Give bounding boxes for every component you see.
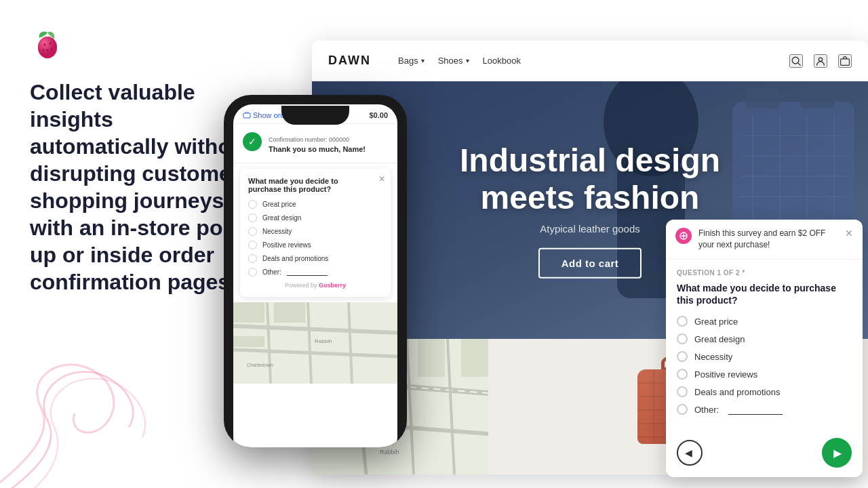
app-logo-icon	[30, 27, 65, 62]
svg-rect-56	[233, 302, 264, 323]
radio-button[interactable]	[677, 369, 688, 380]
option-label: Necessity	[262, 228, 292, 235]
nav-shoes[interactable]: Shoes ▾	[438, 56, 469, 66]
gift-icon	[679, 231, 688, 241]
radio-button[interactable]	[677, 333, 688, 344]
svg-rect-58	[233, 336, 264, 347]
promo-icon	[675, 228, 692, 244]
survey-close-button[interactable]: ✕	[378, 174, 385, 184]
question-label: QUESTION 1 OF 2 *	[677, 269, 852, 277]
other-label: Other:	[262, 268, 281, 276]
survey-option-5[interactable]: Deals and promotions	[248, 254, 382, 263]
desktop-other-option[interactable]: Other:	[677, 404, 852, 415]
survey-option-1[interactable]: Great price	[248, 200, 382, 209]
cart-icon-small	[243, 112, 251, 119]
svg-line-8	[798, 63, 800, 65]
nav-action-icons	[789, 54, 852, 68]
survey-option-2[interactable]: Great design	[248, 214, 382, 222]
radio-button[interactable]	[248, 200, 257, 209]
survey-option-3[interactable]: Necessity	[248, 227, 382, 236]
radio-button[interactable]	[248, 214, 257, 222]
hero-title: Industrial design meets fashion	[451, 142, 729, 216]
check-icon: ✓	[243, 132, 262, 151]
user-icon	[815, 55, 826, 67]
search-icon	[791, 55, 802, 67]
survey-footer: ◀ ▶	[666, 431, 863, 477]
cart-button[interactable]	[838, 54, 852, 68]
confirmation-details: Confirmation number: 000000 Thank you so…	[269, 132, 366, 155]
desktop-option-3[interactable]: Necessity	[677, 351, 852, 362]
option-label: Great price	[262, 201, 296, 208]
svg-text:Rabbih: Rabbih	[315, 338, 332, 344]
phone-price: $0.00	[369, 111, 388, 119]
survey-option-4[interactable]: Positive reviews	[248, 241, 382, 249]
option-label: Deals and promotions	[262, 255, 328, 262]
svg-rect-10	[841, 58, 850, 65]
account-button[interactable]	[814, 54, 827, 68]
nav-links: Bags ▾ Shoes ▾ Lookbook	[398, 56, 789, 66]
other-text-input[interactable]	[728, 404, 783, 415]
chevron-down-icon: ▾	[421, 57, 425, 64]
phone-screen: Show order summary ▾ $0.00 ✓ Confirmatio…	[233, 104, 397, 447]
brand-name: Gusberry	[319, 282, 346, 289]
svg-rect-57	[274, 302, 305, 323]
play-prev-icon: ◀	[685, 447, 692, 458]
option-label: Great design	[262, 214, 301, 222]
nav-lookbook[interactable]: Lookbook	[483, 56, 521, 66]
browser-navbar: DAWN Bags ▾ Shoes ▾ Lookbook	[312, 41, 868, 81]
desktop-option-1[interactable]: Great price	[677, 316, 852, 327]
confirmation-number: Confirmation number: 000000	[269, 136, 349, 143]
svg-rect-13	[746, 88, 780, 108]
phone-confirmation: ✓ Confirmation number: 000000 Thank you …	[233, 124, 397, 163]
radio-button[interactable]	[248, 254, 257, 263]
add-to-cart-button[interactable]: Add to cart	[538, 248, 642, 279]
option-label: Deals and promotions	[694, 387, 780, 397]
thank-you-text: Thank you so much, Name!	[269, 144, 366, 155]
radio-button[interactable]	[677, 404, 688, 415]
other-label: Other:	[694, 405, 719, 415]
radio-button[interactable]	[677, 351, 688, 362]
desktop-option-5[interactable]: Deals and promotions	[677, 386, 852, 397]
svg-point-9	[818, 58, 822, 61]
phone-map-area: Rabbih Charlestown	[233, 302, 397, 384]
play-next-icon: ▶	[833, 447, 842, 460]
option-label: Great design	[694, 334, 745, 344]
question-text: What made you decide to purchase this pr…	[677, 282, 852, 306]
survey-promo-header: Finish this survey and earn $2 OFF your …	[666, 220, 863, 260]
survey-other-option[interactable]: Other:	[248, 268, 382, 277]
next-button[interactable]: ▶	[822, 438, 852, 468]
option-label: Positive reviews	[694, 369, 757, 380]
svg-point-1	[38, 37, 57, 58]
svg-rect-14	[800, 88, 834, 108]
phone-map-svg: Rabbih Charlestown	[233, 302, 397, 384]
radio-button[interactable]	[677, 316, 688, 327]
phone-survey-popup: ✕ What made you decide to purchase this …	[240, 169, 391, 297]
powered-by-label: Powered by Gusberry	[248, 282, 382, 289]
option-label: Necessity	[694, 352, 732, 362]
svg-text:Rabbih: Rabbih	[380, 449, 399, 455]
dawn-logo: DAWN	[328, 54, 371, 68]
nav-bags[interactable]: Bags ▾	[398, 56, 425, 66]
survey-close-button[interactable]: ✕	[845, 228, 853, 239]
phone-survey-title: What made you decide to purchase this pr…	[248, 177, 382, 193]
search-button[interactable]	[789, 54, 803, 68]
survey-body: QUESTION 1 OF 2 * What made you decide t…	[666, 260, 863, 431]
promo-message: Finish this survey and earn $2 OFF your …	[698, 228, 838, 251]
option-label: Positive reviews	[262, 241, 311, 249]
radio-button[interactable]	[248, 241, 257, 249]
desktop-survey-popup: Finish this survey and earn $2 OFF your …	[666, 220, 863, 477]
prev-button[interactable]: ◀	[677, 440, 703, 466]
radio-button[interactable]	[248, 268, 257, 277]
svg-rect-37	[461, 339, 488, 377]
radio-button[interactable]	[248, 227, 257, 236]
desktop-option-2[interactable]: Great design	[677, 333, 852, 344]
radio-button[interactable]	[677, 386, 688, 397]
phone-mockup: Show order summary ▾ $0.00 ✓ Confirmatio…	[224, 95, 407, 447]
other-input-line	[287, 269, 328, 276]
desktop-option-4[interactable]: Positive reviews	[677, 369, 852, 380]
svg-rect-49	[243, 113, 250, 118]
chevron-down-icon: ▾	[466, 57, 469, 64]
decorative-swirl	[0, 352, 176, 488]
svg-text:Charlestown: Charlestown	[247, 363, 273, 367]
svg-point-4	[47, 49, 49, 52]
